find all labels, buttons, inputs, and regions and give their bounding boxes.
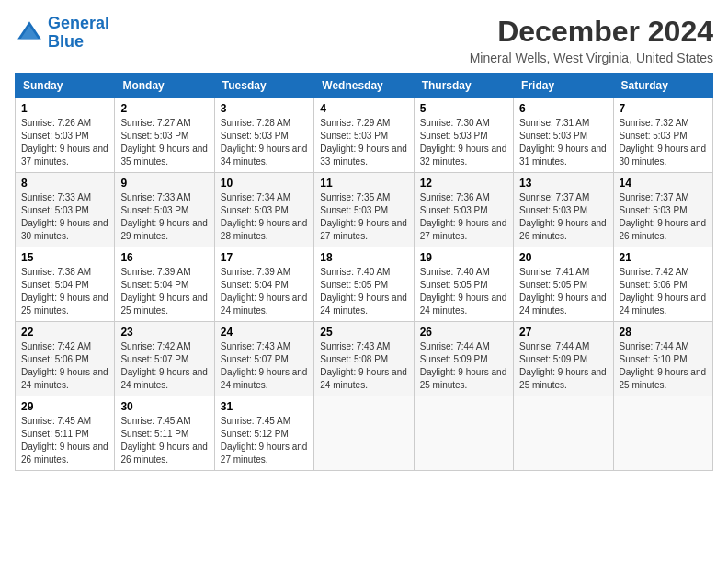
day-info: Sunrise: 7:39 AM Sunset: 5:04 PM Dayligh…: [221, 266, 308, 317]
calendar-cell: 9 Sunrise: 7:33 AM Sunset: 5:03 PM Dayli…: [115, 173, 214, 247]
calendar-cell: 3 Sunrise: 7:28 AM Sunset: 5:03 PM Dayli…: [214, 98, 313, 173]
day-number: 16: [120, 251, 208, 264]
logo-line1: General: [48, 14, 109, 32]
calendar-cell: 13 Sunrise: 7:37 AM Sunset: 5:03 PM Dayl…: [514, 173, 613, 247]
day-number: 14: [620, 177, 707, 190]
day-number: 4: [320, 102, 407, 115]
day-number: 28: [620, 326, 707, 339]
day-number: 30: [120, 400, 208, 413]
calendar-header-cell: Thursday: [414, 74, 513, 98]
calendar-cell: 25 Sunrise: 7:43 AM Sunset: 5:08 PM Dayl…: [314, 322, 414, 396]
day-number: 26: [420, 326, 507, 339]
calendar-cell: [414, 396, 513, 471]
calendar-cell: 27 Sunrise: 7:44 AM Sunset: 5:09 PM Dayl…: [514, 322, 613, 396]
day-number: 10: [221, 177, 308, 190]
day-number: 8: [21, 177, 108, 190]
calendar-cell: 7 Sunrise: 7:32 AM Sunset: 5:03 PM Dayli…: [613, 98, 712, 173]
day-info: Sunrise: 7:38 AM Sunset: 5:04 PM Dayligh…: [21, 266, 108, 317]
calendar-header-row: SundayMondayTuesdayWednesdayThursdayFrid…: [16, 74, 713, 98]
day-info: Sunrise: 7:43 AM Sunset: 5:07 PM Dayligh…: [221, 340, 308, 392]
calendar-header-cell: Monday: [115, 74, 214, 98]
calendar-cell: 28 Sunrise: 7:44 AM Sunset: 5:10 PM Dayl…: [613, 322, 712, 396]
day-info: Sunrise: 7:28 AM Sunset: 5:03 PM Dayligh…: [221, 117, 308, 168]
calendar-week-row: 29 Sunrise: 7:45 AM Sunset: 5:11 PM Dayl…: [16, 396, 713, 471]
calendar-cell: 30 Sunrise: 7:45 AM Sunset: 5:11 PM Dayl…: [115, 396, 214, 471]
day-info: Sunrise: 7:34 AM Sunset: 5:03 PM Dayligh…: [221, 191, 308, 243]
logo: General Blue: [15, 15, 109, 52]
day-number: 23: [120, 326, 208, 339]
calendar-cell: 26 Sunrise: 7:44 AM Sunset: 5:09 PM Dayl…: [414, 322, 513, 396]
calendar-cell: 6 Sunrise: 7:31 AM Sunset: 5:03 PM Dayli…: [514, 98, 613, 173]
subtitle: Mineral Wells, West Virginia, United Sta…: [470, 51, 713, 65]
day-info: Sunrise: 7:42 AM Sunset: 5:06 PM Dayligh…: [21, 340, 108, 392]
day-number: 25: [320, 326, 407, 339]
calendar-week-row: 1 Sunrise: 7:26 AM Sunset: 5:03 PM Dayli…: [16, 98, 713, 173]
day-number: 11: [320, 177, 407, 190]
day-info: Sunrise: 7:42 AM Sunset: 5:07 PM Dayligh…: [120, 340, 208, 392]
calendar-cell: 8 Sunrise: 7:33 AM Sunset: 5:03 PM Dayli…: [16, 173, 115, 247]
day-info: Sunrise: 7:33 AM Sunset: 5:03 PM Dayligh…: [21, 191, 108, 243]
calendar-cell: 2 Sunrise: 7:27 AM Sunset: 5:03 PM Dayli…: [115, 98, 214, 173]
day-info: Sunrise: 7:40 AM Sunset: 5:05 PM Dayligh…: [320, 266, 407, 317]
day-number: 2: [120, 102, 208, 115]
day-info: Sunrise: 7:45 AM Sunset: 5:11 PM Dayligh…: [120, 415, 208, 466]
day-info: Sunrise: 7:35 AM Sunset: 5:03 PM Dayligh…: [320, 191, 407, 243]
day-number: 13: [519, 177, 607, 190]
day-number: 1: [21, 102, 108, 115]
day-number: 17: [221, 251, 308, 264]
calendar-week-row: 8 Sunrise: 7:33 AM Sunset: 5:03 PM Dayli…: [16, 173, 713, 247]
calendar-week-row: 22 Sunrise: 7:42 AM Sunset: 5:06 PM Dayl…: [16, 322, 713, 396]
day-info: Sunrise: 7:42 AM Sunset: 5:06 PM Dayligh…: [620, 266, 707, 317]
calendar-cell: 14 Sunrise: 7:37 AM Sunset: 5:03 PM Dayl…: [613, 173, 712, 247]
calendar-cell: 19 Sunrise: 7:40 AM Sunset: 5:05 PM Dayl…: [414, 247, 513, 322]
calendar-week-row: 15 Sunrise: 7:38 AM Sunset: 5:04 PM Dayl…: [16, 247, 713, 322]
day-number: 12: [420, 177, 507, 190]
day-info: Sunrise: 7:39 AM Sunset: 5:04 PM Dayligh…: [120, 266, 208, 317]
day-number: 27: [519, 326, 607, 339]
logo-text: General Blue: [48, 15, 109, 52]
day-info: Sunrise: 7:40 AM Sunset: 5:05 PM Dayligh…: [420, 266, 507, 317]
logo-line2: Blue: [48, 32, 84, 51]
day-info: Sunrise: 7:44 AM Sunset: 5:09 PM Dayligh…: [519, 340, 607, 392]
calendar-cell: 4 Sunrise: 7:29 AM Sunset: 5:03 PM Dayli…: [314, 98, 414, 173]
calendar-cell: [613, 396, 712, 471]
calendar-header-cell: Wednesday: [314, 74, 414, 98]
calendar-cell: 24 Sunrise: 7:43 AM Sunset: 5:07 PM Dayl…: [214, 322, 313, 396]
logo-icon: [15, 18, 44, 48]
calendar-cell: 23 Sunrise: 7:42 AM Sunset: 5:07 PM Dayl…: [115, 322, 214, 396]
header: General Blue December 2024 Mineral Wells…: [15, 15, 713, 65]
calendar-body: 1 Sunrise: 7:26 AM Sunset: 5:03 PM Dayli…: [16, 98, 713, 471]
day-info: Sunrise: 7:33 AM Sunset: 5:03 PM Dayligh…: [120, 191, 208, 243]
day-info: Sunrise: 7:32 AM Sunset: 5:03 PM Dayligh…: [620, 117, 707, 168]
calendar-cell: 11 Sunrise: 7:35 AM Sunset: 5:03 PM Dayl…: [314, 173, 414, 247]
day-info: Sunrise: 7:26 AM Sunset: 5:03 PM Dayligh…: [21, 117, 108, 168]
day-number: 15: [21, 251, 108, 264]
calendar-cell: 18 Sunrise: 7:40 AM Sunset: 5:05 PM Dayl…: [314, 247, 414, 322]
day-info: Sunrise: 7:31 AM Sunset: 5:03 PM Dayligh…: [519, 117, 607, 168]
calendar-cell: 10 Sunrise: 7:34 AM Sunset: 5:03 PM Dayl…: [214, 173, 313, 247]
day-info: Sunrise: 7:44 AM Sunset: 5:10 PM Dayligh…: [620, 340, 707, 392]
day-number: 9: [120, 177, 208, 190]
main-title: December 2024: [470, 15, 713, 49]
day-info: Sunrise: 7:44 AM Sunset: 5:09 PM Dayligh…: [420, 340, 507, 392]
day-info: Sunrise: 7:45 AM Sunset: 5:11 PM Dayligh…: [21, 415, 108, 466]
day-number: 31: [221, 400, 308, 413]
calendar-cell: 5 Sunrise: 7:30 AM Sunset: 5:03 PM Dayli…: [414, 98, 513, 173]
title-area: December 2024 Mineral Wells, West Virgin…: [470, 15, 713, 65]
day-info: Sunrise: 7:30 AM Sunset: 5:03 PM Dayligh…: [420, 117, 507, 168]
calendar-cell: 15 Sunrise: 7:38 AM Sunset: 5:04 PM Dayl…: [16, 247, 115, 322]
day-number: 7: [620, 102, 707, 115]
calendar-cell: 21 Sunrise: 7:42 AM Sunset: 5:06 PM Dayl…: [613, 247, 712, 322]
calendar-cell: 1 Sunrise: 7:26 AM Sunset: 5:03 PM Dayli…: [16, 98, 115, 173]
calendar-header-cell: Friday: [514, 74, 613, 98]
day-number: 19: [420, 251, 507, 264]
day-info: Sunrise: 7:29 AM Sunset: 5:03 PM Dayligh…: [320, 117, 407, 168]
calendar-header-cell: Tuesday: [214, 74, 313, 98]
day-info: Sunrise: 7:43 AM Sunset: 5:08 PM Dayligh…: [320, 340, 407, 392]
calendar-cell: 22 Sunrise: 7:42 AM Sunset: 5:06 PM Dayl…: [16, 322, 115, 396]
day-info: Sunrise: 7:37 AM Sunset: 5:03 PM Dayligh…: [620, 191, 707, 243]
day-number: 24: [221, 326, 308, 339]
calendar-cell: 16 Sunrise: 7:39 AM Sunset: 5:04 PM Dayl…: [115, 247, 214, 322]
calendar-cell: 29 Sunrise: 7:45 AM Sunset: 5:11 PM Dayl…: [16, 396, 115, 471]
day-number: 21: [620, 251, 707, 264]
